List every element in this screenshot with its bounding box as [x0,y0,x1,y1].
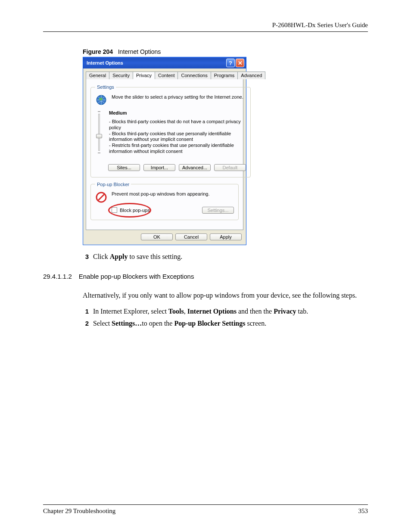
dialog-title: Internet Options [87,60,123,65]
step-text: Click Apply to save this setting. [93,253,182,261]
privacy-level: Medium [109,110,246,115]
block-popups-checkbox[interactable] [112,207,117,213]
internet-options-dialog: Internet Options ? ✕ General Security Pr… [83,57,246,245]
b: Pop-up Blocker Settings [174,320,245,327]
titlebar: Internet Options ? ✕ [83,57,246,68]
t: Select [93,320,112,327]
sites-button[interactable]: Sites... [108,164,140,171]
default-button: Default [214,164,246,171]
t: to open the [142,320,174,327]
privacy-bullet: - Blocks third-party cookies that use pe… [109,131,246,143]
block-popups-label: Block pop-ups [120,208,150,213]
privacy-bullet: - Restricts first-party cookies that use… [109,143,246,155]
t: In Internet Explorer, select [93,308,168,315]
t: to save this setting. [128,253,182,260]
page-header-right: P-2608HWL-Dx Series User's Guide [43,22,368,32]
figure-label: Figure 204 [83,48,113,55]
footer-left: Chapter 29 Troubleshooting [43,507,115,515]
tab-connections[interactable]: Connections [177,72,211,79]
popup-intro: Prevent most pop-up windows from appeari… [112,191,209,196]
apply-button[interactable]: Apply [210,233,242,240]
b: Tools [168,308,184,315]
step-text: In Internet Explorer, select Tools, Inte… [93,308,308,315]
tab-advanced[interactable]: Advanced [237,72,265,79]
footer-right: 353 [358,507,368,515]
slider-thumb[interactable] [96,134,102,138]
t: and then the [237,308,274,315]
t: screen. [245,320,266,327]
b: Apply [110,253,128,260]
figure-title: Internet Options [118,48,161,55]
tab-security[interactable]: Security [109,72,133,79]
popup-legend: Pop-up Blocker [95,182,131,187]
ok-button[interactable]: OK [141,233,173,240]
privacy-slider[interactable] [95,110,103,155]
tab-panel-privacy: Settings Move the slider to select a pri… [86,79,243,230]
popup-blocker-group: Pop-up Blocker Prevent most pop-up windo… [90,182,239,220]
globe-icon [95,94,107,106]
help-button[interactable]: ? [226,59,235,67]
privacy-bullet: - Blocks third-party cookies that do not… [109,119,246,131]
paragraph: Alternatively, if you only want to allow… [83,291,368,300]
tab-programs[interactable]: Programs [211,72,238,79]
page-footer: Chapter 29 Troubleshooting 353 [43,504,368,515]
tab-privacy[interactable]: Privacy [133,72,155,79]
b: Settings… [112,320,142,327]
section-number: 29.4.1.1.2 [43,273,72,280]
figure-caption: Figure 204 Internet Options [83,48,368,55]
tab-general[interactable]: General [86,72,109,79]
popup-blocker-icon [95,191,107,203]
tab-strip: General Security Privacy Content Connect… [86,71,243,79]
section-title: Enable pop-up Blockers with Exceptions [79,273,194,280]
popup-settings-button: Settings... [202,207,234,214]
cancel-button[interactable]: Cancel [175,233,207,240]
step-text: Select Settings…to open the Pop-up Block… [93,320,266,327]
b: Internet Options [187,308,237,315]
settings-intro: Move the slider to select a privacy sett… [112,94,243,100]
b: Privacy [274,308,296,315]
step-number: 1 [83,308,89,315]
settings-group: Settings Move the slider to select a pri… [90,84,251,177]
t: Click [93,253,110,260]
t: , [184,308,187,315]
tab-content[interactable]: Content [155,72,178,79]
import-button[interactable]: Import... [143,164,175,171]
step-number: 3 [83,253,89,260]
step-number: 2 [83,320,89,327]
close-button[interactable]: ✕ [236,59,244,67]
svg-point-1 [99,98,103,100]
advanced-button[interactable]: Advanced... [179,164,211,171]
settings-legend: Settings [95,84,116,90]
t: tab. [296,308,308,315]
